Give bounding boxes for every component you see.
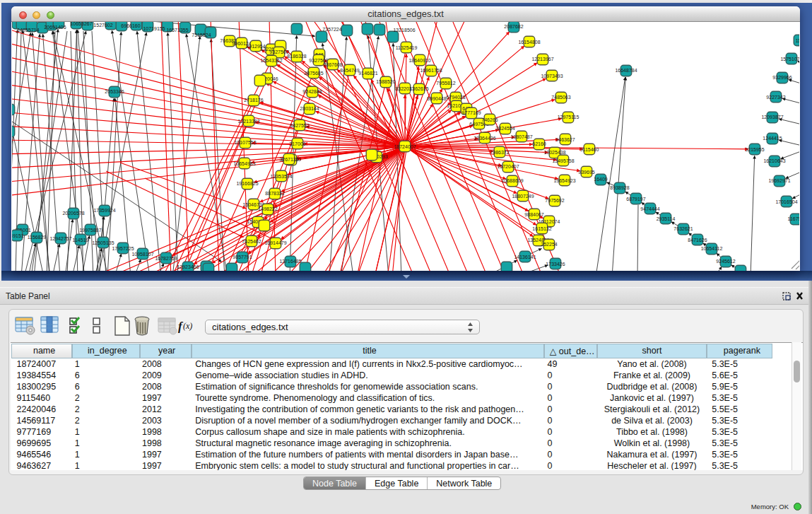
svg-text:(x): (x) xyxy=(183,321,192,331)
svg-text:10958107: 10958107 xyxy=(131,252,153,257)
svg-text:16648784: 16648784 xyxy=(615,68,637,73)
svg-text:2867608: 2867608 xyxy=(323,62,342,67)
svg-text:16961758: 16961758 xyxy=(420,68,442,73)
svg-text:2053346: 2053346 xyxy=(105,89,124,94)
svg-text:20206578: 20206578 xyxy=(62,211,84,216)
svg-text:10807487: 10807487 xyxy=(510,134,532,139)
svg-text:7515524: 7515524 xyxy=(192,33,211,37)
svg-text:9242848: 9242848 xyxy=(302,89,322,94)
svg-text:12923466: 12923466 xyxy=(177,264,199,269)
svg-text:8471626: 8471626 xyxy=(688,238,707,243)
svg-text:8186328: 8186328 xyxy=(287,54,306,59)
svg-text:2803144: 2803144 xyxy=(300,106,319,111)
svg-text:8454749: 8454749 xyxy=(340,68,359,73)
svg-text:8938928: 8938928 xyxy=(610,185,629,190)
svg-text:9245612: 9245612 xyxy=(716,259,735,264)
svg-text:6879197: 6879197 xyxy=(626,197,645,201)
svg-text:1588520: 1588520 xyxy=(376,79,395,84)
svg-text:3824554: 3824554 xyxy=(495,126,514,131)
svg-text:12505135: 12505135 xyxy=(92,240,114,245)
svg-text:11325419: 11325419 xyxy=(396,45,418,50)
svg-text:17957225: 17957225 xyxy=(112,246,134,251)
svg-text:16543362: 16543362 xyxy=(260,58,282,63)
svg-text:9227342: 9227342 xyxy=(766,95,785,100)
svg-text:18807249: 18807249 xyxy=(512,194,534,199)
svg-text:18640910: 18640910 xyxy=(408,58,430,63)
svg-text:9884067: 9884067 xyxy=(524,212,543,217)
svg-text:12353594: 12353594 xyxy=(270,174,292,179)
svg-text:9329966: 9329966 xyxy=(772,75,792,80)
svg-text:14055714: 14055714 xyxy=(17,28,39,33)
svg-text:114519: 114519 xyxy=(73,238,89,243)
svg-text:1156829: 1156829 xyxy=(28,235,47,240)
svg-text:9146821: 9146821 xyxy=(358,71,377,76)
svg-text:6794028: 6794028 xyxy=(446,95,465,100)
svg-text:13218506: 13218506 xyxy=(393,28,415,33)
svg-text:3215955: 3215955 xyxy=(745,147,764,152)
svg-text:9327500: 9327500 xyxy=(269,49,288,54)
svg-text:8427552: 8427552 xyxy=(290,123,309,128)
svg-text:7955812: 7955812 xyxy=(436,81,455,86)
svg-text:10107553: 10107553 xyxy=(234,140,256,145)
svg-text:7986372: 7986372 xyxy=(490,150,509,155)
svg-text:7357224: 7357224 xyxy=(322,27,341,32)
svg-text:10025438: 10025438 xyxy=(543,150,565,155)
svg-text:939695: 939695 xyxy=(578,170,594,175)
svg-text:39151: 39151 xyxy=(12,233,24,238)
svg-text:2935114: 2935114 xyxy=(657,216,676,221)
svg-text:746266: 746266 xyxy=(481,117,498,122)
svg-text:10688609: 10688609 xyxy=(501,178,523,183)
svg-text:19692971: 19692971 xyxy=(768,178,790,183)
svg-text:13716485: 13716485 xyxy=(279,259,301,264)
svg-text:111: 111 xyxy=(796,38,799,43)
svg-text:16914479: 16914479 xyxy=(264,240,286,245)
svg-text:317006: 317006 xyxy=(289,141,305,146)
svg-text:1733426: 1733426 xyxy=(546,262,565,267)
svg-text:12213383: 12213383 xyxy=(237,119,259,124)
svg-text:15720407: 15720407 xyxy=(497,164,519,169)
svg-text:62160: 62160 xyxy=(532,141,546,146)
svg-text:1362615: 1362615 xyxy=(409,86,428,91)
svg-text:3267130: 3267130 xyxy=(279,157,298,162)
svg-text:19166825: 19166825 xyxy=(236,181,258,186)
svg-text:10654983: 10654983 xyxy=(233,161,255,166)
svg-text:16409: 16409 xyxy=(594,177,608,182)
svg-text:7975692: 7975692 xyxy=(545,198,564,203)
svg-text:19654923: 19654923 xyxy=(553,178,575,183)
svg-text:20364436: 20364436 xyxy=(473,136,495,141)
svg-text:1615132: 1615132 xyxy=(532,226,551,231)
svg-text:2718176: 2718176 xyxy=(244,98,263,103)
svg-text:10973493: 10973493 xyxy=(541,74,563,78)
svg-text:8990448: 8990448 xyxy=(427,96,446,101)
svg-text:12975115: 12975115 xyxy=(558,115,579,119)
svg-text:17016504: 17016504 xyxy=(775,199,797,204)
svg-text:20691406: 20691406 xyxy=(44,25,66,30)
svg-text:9857791: 9857791 xyxy=(233,255,252,259)
svg-text:7632621: 7632621 xyxy=(673,226,693,231)
svg-text:9115460: 9115460 xyxy=(580,147,599,152)
svg-text:252254: 252254 xyxy=(541,242,557,247)
svg-text:12942757: 12942757 xyxy=(49,236,71,241)
svg-text:13495758: 13495758 xyxy=(552,158,574,163)
svg-text:10653267: 10653267 xyxy=(70,22,92,26)
svg-text:7485063: 7485063 xyxy=(551,95,570,100)
svg-text:18724007: 18724007 xyxy=(394,144,416,149)
svg-text:16210643: 16210643 xyxy=(763,158,785,163)
svg-text:2087682: 2087682 xyxy=(504,24,523,29)
svg-text:16571355: 16571355 xyxy=(166,28,188,33)
svg-text:3875685: 3875685 xyxy=(304,71,323,76)
svg-text:1244415: 1244415 xyxy=(763,136,782,141)
svg-text:1527602: 1527602 xyxy=(93,23,112,28)
svg-text:16154808: 16154808 xyxy=(518,40,540,45)
svg-text:16782759: 16782759 xyxy=(155,256,177,261)
svg-text:10719155: 10719155 xyxy=(143,26,165,31)
svg-text:17359924: 17359924 xyxy=(93,208,115,213)
svg-text:14136141: 14136141 xyxy=(514,255,536,259)
svg-text:12093877: 12093877 xyxy=(761,115,783,119)
svg-text:10654112: 10654112 xyxy=(701,246,723,251)
svg-text:15751074: 15751074 xyxy=(780,57,799,62)
svg-text:19975887: 19975887 xyxy=(79,228,101,233)
svg-text:7625402: 7625402 xyxy=(242,239,261,244)
svg-text:6966160: 6966160 xyxy=(121,23,140,28)
svg-text:116753: 116753 xyxy=(788,216,799,221)
